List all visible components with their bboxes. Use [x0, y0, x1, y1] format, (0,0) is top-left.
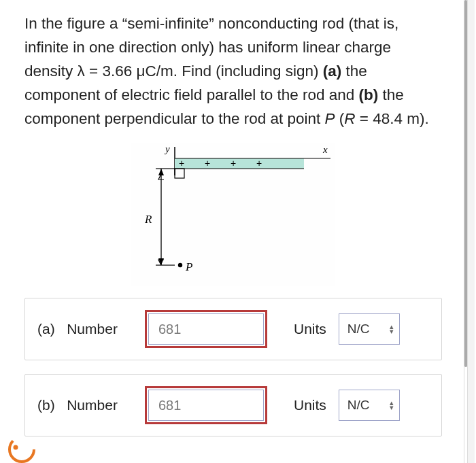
- answer-a-label: (a) Number: [37, 321, 136, 337]
- plus-icon: +: [205, 158, 210, 169]
- part-a-marker: (a): [323, 63, 342, 80]
- scrollbar-track-outer[interactable]: [468, 0, 475, 463]
- problem-statement: In the figure a “semi-infinite” noncondu…: [24, 12, 442, 131]
- chevron-up-down-icon: ▴▾: [390, 324, 394, 334]
- svg-point-11: [178, 263, 182, 267]
- answer-b-label: (b) Number: [37, 397, 136, 413]
- point-var: P: [325, 110, 335, 127]
- answer-b-units-select[interactable]: N/C ▴▾: [339, 390, 400, 421]
- scrollbar-thumb[interactable]: [464, 0, 467, 367]
- svg-point-12: [10, 437, 34, 462]
- answer-b-number-input[interactable]: 681: [148, 390, 264, 421]
- answer-a-units-label: Units: [294, 321, 326, 337]
- figure-diagram: y x + + + + R: [131, 143, 335, 286]
- svg-point-13: [14, 445, 18, 450]
- problem-seg4: (: [335, 110, 345, 127]
- plus-icon: +: [256, 158, 262, 169]
- chevron-up-down-icon: ▴▾: [390, 400, 394, 410]
- r-var: R: [344, 110, 355, 127]
- answer-a-number-input[interactable]: 681: [148, 313, 264, 345]
- plus-icon: +: [179, 158, 184, 169]
- answer-row-b: (b) Number 681 Units N/C ▴▾: [24, 374, 442, 436]
- y-axis-label: y: [164, 143, 170, 154]
- answer-row-a: (a) Number 681 Units N/C ▴▾: [24, 298, 442, 360]
- answer-a-units-select[interactable]: N/C ▴▾: [339, 313, 400, 345]
- p-label: P: [185, 260, 192, 273]
- svg-marker-9: [158, 169, 164, 175]
- answer-b-units-label: Units: [294, 397, 326, 413]
- problem-seg5: = 48.4 m).: [356, 110, 429, 127]
- svg-rect-5: [175, 169, 184, 178]
- r-label: R: [144, 213, 152, 226]
- plus-icon: +: [231, 158, 236, 169]
- x-axis-label: x: [322, 144, 328, 155]
- svg-rect-1: [175, 158, 304, 169]
- part-b-marker: (b): [359, 86, 379, 103]
- brand-badge-icon: [4, 429, 39, 463]
